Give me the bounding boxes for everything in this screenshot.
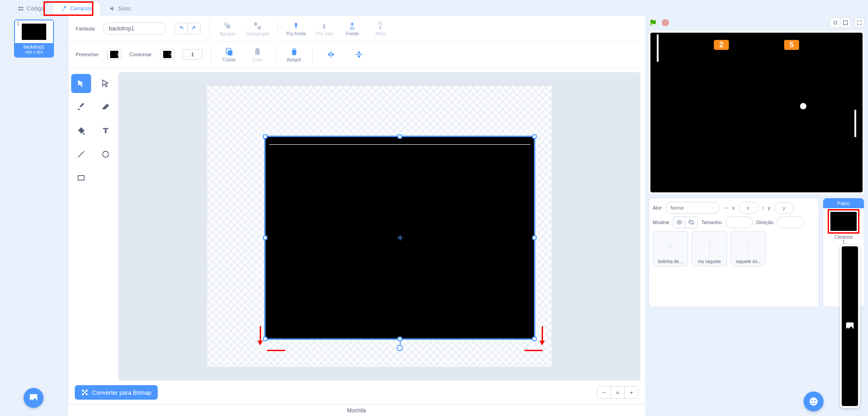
backpack-bar[interactable]: Mochila: [68, 404, 645, 416]
zoom-in-button[interactable]: +: [625, 387, 638, 398]
annotation-underline-left: [267, 350, 285, 351]
sprite-x-input[interactable]: [738, 202, 758, 214]
svg-rect-14: [78, 176, 84, 180]
convert-bitmap-button[interactable]: Converter para Bitmap: [75, 385, 158, 400]
forward-button[interactable]: Pra frente: [286, 21, 306, 36]
outline-color-picker[interactable]: ▼: [160, 49, 175, 60]
svg-rect-22: [844, 21, 848, 25]
tool-brush[interactable]: [71, 98, 91, 117]
ungroup-button[interactable]: Desagrupar: [246, 21, 269, 36]
tool-line[interactable]: [71, 145, 91, 164]
direcao-label: Direção: [756, 220, 774, 225]
sprite-item-label: bolinha de...: [658, 259, 683, 264]
code-icon: [18, 5, 24, 12]
handle-top-mid[interactable]: [398, 134, 402, 139]
rotate-handle[interactable]: [397, 345, 403, 351]
left-paddle: [657, 34, 659, 62]
green-flag-button[interactable]: [649, 18, 658, 27]
front-label: Frente: [346, 31, 359, 36]
sprite-item-my-raquete[interactable]: my raquete: [692, 231, 727, 266]
tab-sounds[interactable]: Sons: [101, 1, 139, 16]
selection-rectangle[interactable]: ✛: [264, 136, 535, 340]
handle-mid-left[interactable]: [263, 235, 267, 240]
backward-label: Pra Trás: [316, 31, 333, 36]
svg-point-27: [815, 400, 816, 401]
copy-button[interactable]: Copiar: [219, 47, 239, 62]
svg-rect-3: [21, 9, 24, 10]
tab-costumes[interactable]: Cenários: [53, 1, 101, 16]
handle-top-right[interactable]: [532, 134, 537, 139]
zoom-reset-button[interactable]: =: [611, 387, 625, 398]
svg-rect-8: [228, 50, 232, 55]
tool-fill[interactable]: [71, 121, 91, 140]
flip-horizontal-button[interactable]: [321, 50, 341, 59]
back-button[interactable]: Atrás: [370, 21, 390, 36]
svg-rect-5: [227, 24, 230, 28]
sprite-direction-input[interactable]: [777, 216, 804, 228]
y-label: y: [768, 205, 771, 210]
canvas[interactable]: ✛: [118, 72, 640, 381]
front-button[interactable]: Frente: [342, 21, 362, 36]
svg-rect-16: [86, 390, 87, 392]
svg-rect-21: [834, 21, 837, 24]
handle-top-left[interactable]: [263, 134, 267, 139]
annotation-arrow-right: [542, 326, 543, 344]
tool-rectangle[interactable]: [71, 168, 91, 187]
tab-code[interactable]: Código: [9, 1, 53, 16]
delete-button[interactable]: Apagar: [284, 47, 304, 62]
stage-preview[interactable]: 2 5: [649, 31, 864, 194]
svg-rect-10: [255, 49, 260, 54]
show-sprite-button[interactable]: [674, 217, 685, 228]
costume-name-label: Fantasia: [76, 26, 95, 31]
costume-item-backdrop1[interactable]: 1 backdrop1 480 x 363: [14, 20, 54, 58]
center-cross-icon: ✛: [397, 234, 403, 242]
outline-width-input[interactable]: [183, 49, 203, 60]
back-label: Atrás: [375, 31, 386, 36]
fill-label: Preencher: [76, 52, 99, 57]
tool-text[interactable]: [96, 121, 116, 140]
undo-button[interactable]: [175, 23, 188, 34]
tool-reshape[interactable]: [96, 74, 116, 93]
sprite-item-bolinha[interactable]: bolinha de...: [653, 231, 688, 266]
handle-bottom-left[interactable]: [263, 337, 267, 341]
forward-label: Pra frente: [286, 31, 306, 36]
tamanho-label: Tamanho: [701, 220, 722, 225]
paste-button[interactable]: Colar: [247, 47, 267, 62]
add-backdrop-button[interactable]: [24, 388, 44, 408]
costume-name-input[interactable]: [103, 22, 166, 35]
handle-bottom-right[interactable]: [532, 337, 537, 341]
stage-small-button[interactable]: [830, 18, 840, 28]
sprite-size-input[interactable]: [726, 216, 753, 228]
fill-color-picker[interactable]: ▼: [107, 49, 121, 60]
sprite-item-label: my raquete: [698, 259, 721, 264]
tool-circle[interactable]: [96, 145, 116, 164]
tool-eraser[interactable]: [96, 98, 116, 117]
add-sprite-button[interactable]: [804, 392, 824, 411]
paste-label: Colar: [252, 57, 263, 62]
score-right: 5: [784, 40, 799, 50]
group-button[interactable]: Agrupar: [218, 21, 238, 36]
sprite-item-raquete-ini[interactable]: raquete ini...: [731, 231, 766, 266]
zoom-out-button[interactable]: −: [597, 387, 611, 398]
sprite-name-input[interactable]: [665, 202, 720, 214]
add-stage-button[interactable]: [840, 245, 860, 408]
handle-mid-right[interactable]: [532, 235, 537, 240]
brush-icon: [61, 5, 68, 12]
svg-rect-7: [258, 26, 261, 29]
sprite-y-input[interactable]: [774, 202, 794, 214]
redo-button[interactable]: [188, 23, 200, 34]
svg-point-13: [102, 151, 108, 157]
stage-large-button[interactable]: [840, 18, 850, 28]
tool-select[interactable]: [71, 74, 91, 93]
delete-label: Apagar: [287, 57, 301, 62]
hide-sprite-button[interactable]: [685, 217, 697, 228]
fullscreen-button[interactable]: [854, 18, 864, 28]
tab-sounds-label: Sons: [118, 5, 131, 12]
stop-button[interactable]: [661, 19, 669, 27]
flip-vertical-button[interactable]: [349, 50, 369, 59]
costume-list: 1 backdrop1 480 x 363: [0, 16, 68, 416]
costume-dimensions: 480 x 363: [15, 50, 53, 55]
stage-thumbnail[interactable]: [829, 211, 858, 232]
svg-marker-20: [662, 20, 669, 26]
backward-button[interactable]: Pra Trás: [314, 21, 334, 36]
